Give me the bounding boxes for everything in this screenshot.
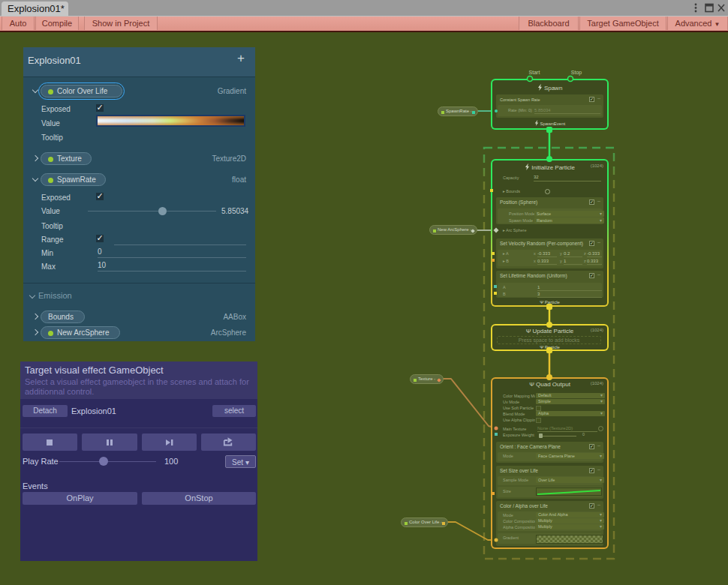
svg-text:Stop: Stop: [571, 70, 582, 76]
svg-text:Start: Start: [529, 70, 540, 75]
